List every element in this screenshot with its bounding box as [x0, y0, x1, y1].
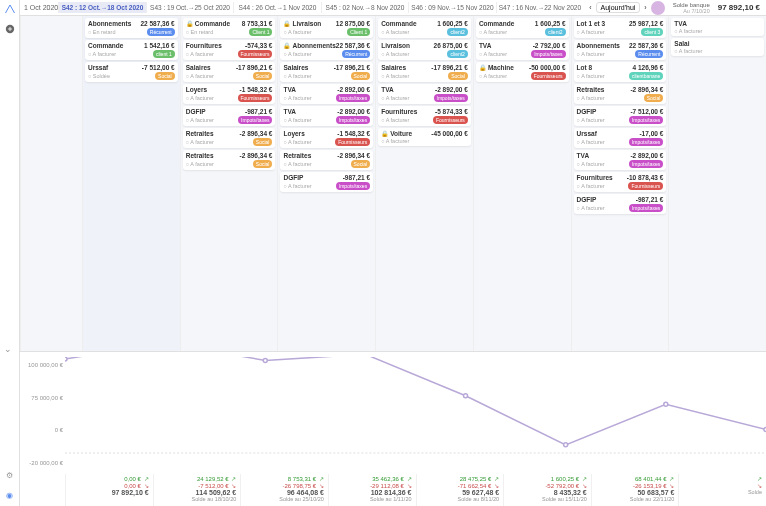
- transaction-card[interactable]: Abonnements22 587,36 €○ A facturerRécurr…: [574, 40, 667, 60]
- logo-icon[interactable]: [4, 3, 16, 15]
- transaction-card[interactable]: Urssaf-7 512,00 €○ SoldéeSocial: [85, 62, 178, 82]
- card-title: Retraites: [186, 152, 214, 159]
- transaction-card[interactable]: 🔒Livraison12 875,00 €○ A facturerClient …: [280, 18, 373, 38]
- card-tag: Fournisseurs: [628, 182, 663, 190]
- card-tag: Impots/taxes: [629, 116, 663, 124]
- card-status: ○ A facturer: [283, 95, 311, 101]
- card-amount: 1 600,25 €: [535, 20, 566, 27]
- footer-summary: ↗ ↘Solde: [678, 474, 766, 506]
- card-amount: -7 512,00 €: [142, 64, 175, 71]
- footer-summary: 68 401,44 € ↗-26 153,19 € ↘50 683,57 €So…: [591, 474, 679, 506]
- transaction-card[interactable]: Salaires-17 896,21 €○ A facturerSocial: [280, 62, 373, 82]
- card-amount: 12 875,00 €: [336, 20, 370, 27]
- transaction-card[interactable]: Salaires-17 896,21 €○ A facturerSocial: [378, 62, 471, 82]
- transaction-card[interactable]: TVA-2 792,00 €○ A facturerImpots/taxes: [476, 40, 569, 60]
- transaction-card[interactable]: 🔒Machine-50 000,00 €○ A facturerFourniss…: [476, 62, 569, 82]
- avatar[interactable]: [651, 1, 665, 15]
- card-amount: -1 548,32 €: [337, 130, 370, 137]
- card-tag: Impots/taxes: [434, 94, 468, 102]
- transaction-card[interactable]: TVA-2 892,00 €○ A facturerImpots/taxes: [378, 84, 471, 104]
- card-title: Commande: [479, 20, 514, 27]
- help-icon[interactable]: ◉: [4, 489, 16, 501]
- week-tab[interactable]: S43 : 19 Oct.→25 Oct 2020: [146, 2, 233, 13]
- card-title: Abonnements: [88, 20, 131, 27]
- chevron-right-icon[interactable]: ›: [644, 4, 646, 11]
- transaction-card[interactable]: Retraites-2 896,34 €○ A facturerSocial: [183, 150, 276, 170]
- card-tag: Social: [253, 72, 273, 80]
- today-button[interactable]: Aujourd'hui: [596, 2, 641, 13]
- card-title: 🔒Machine: [479, 64, 514, 71]
- transaction-card[interactable]: TVA○ A facturer: [671, 18, 764, 36]
- card-tag: client2: [545, 28, 565, 36]
- transaction-card[interactable]: Commande1 600,25 €○ A facturerclient2: [378, 18, 471, 38]
- card-amount: -17 896,21 €: [334, 64, 371, 71]
- card-tag: Fournisseurs: [335, 138, 370, 146]
- card-title: Salaires: [186, 64, 211, 71]
- lock-icon: 🔒: [479, 65, 486, 71]
- card-tag: Fournisseurs: [531, 72, 566, 80]
- card-tag: clientbanane: [629, 72, 663, 80]
- transaction-card[interactable]: TVA-2 892,00 €○ A facturerImpots/taxes: [574, 150, 667, 170]
- transaction-card[interactable]: Salai○ A facturer: [671, 38, 764, 56]
- transaction-card[interactable]: Urssaf-17,00 €○ A facturerImpots/taxes: [574, 128, 667, 148]
- transaction-card[interactable]: Retraites-2 896,34 €○ A facturerSocial: [280, 150, 373, 170]
- card-tag: Social: [253, 138, 273, 146]
- card-amount: -987,21 €: [636, 196, 663, 203]
- footer-summary: 35 462,36 € ↗-29 112,08 € ↘102 814,36 €S…: [328, 474, 416, 506]
- card-status: ○ A facturer: [88, 51, 116, 57]
- transaction-card[interactable]: DGFIP-987,21 €○ A facturerImpots/taxes: [280, 172, 373, 192]
- card-title: Salai: [674, 40, 689, 47]
- transaction-card[interactable]: Salaires-17 896,21 €○ A facturerSocial: [183, 62, 276, 82]
- transaction-card[interactable]: Lot 1 et 325 987,12 €○ A facturerclient …: [574, 18, 667, 38]
- transaction-card[interactable]: Abonnements22 587,36 €○ En retardRécurre…: [85, 18, 178, 38]
- card-tag: Social: [351, 72, 371, 80]
- topbar: 1 Oct 2020 S42 : 12 Oct.→18 Oct 2020S43 …: [20, 0, 766, 16]
- card-title: DGFIP: [186, 108, 206, 115]
- transaction-card[interactable]: DGFIP-987,21 €○ A facturerImpots/taxes: [183, 106, 276, 126]
- transaction-card[interactable]: Retraites-2 896,34 €○ A facturerSocial: [183, 128, 276, 148]
- card-amount: -7 512,00 €: [630, 108, 663, 115]
- transaction-card[interactable]: TVA-2 892,00 €○ A facturerImpots/taxes: [280, 84, 373, 104]
- card-title: TVA: [381, 86, 394, 93]
- card-status: ○ A facturer: [577, 29, 605, 35]
- transaction-card[interactable]: Loyers-1 548,32 €○ A facturerFournisseur…: [280, 128, 373, 148]
- settings-icon[interactable]: ⚙: [4, 469, 16, 481]
- transaction-card[interactable]: DGFIP-7 512,00 €○ A facturerImpots/taxes: [574, 106, 667, 126]
- card-title: DGFIP: [283, 174, 303, 181]
- transaction-card[interactable]: 🔒Abonnements22 587,36 €○ A facturerRécur…: [280, 40, 373, 60]
- week-tab[interactable]: S44 : 26 Oct.→1 Nov 2020: [233, 2, 320, 13]
- transaction-card[interactable]: 🔒Commande8 753,31 €○ En retardClient 1: [183, 18, 276, 38]
- card-amount: -45 000,00 €: [431, 130, 468, 137]
- transaction-card[interactable]: 🔒Voiture-45 000,00 €○ A facturer: [378, 128, 471, 146]
- card-amount: -2 892,00 €: [435, 86, 468, 93]
- transaction-card[interactable]: Loyers-1 548,32 €○ A facturerFournisseur…: [183, 84, 276, 104]
- card-amount: -17 896,21 €: [431, 64, 468, 71]
- week-tab[interactable]: S47 : 16 Nov.→22 Nov 2020: [496, 2, 583, 13]
- week-tab[interactable]: S45 : 02 Nov.→8 Nov 2020: [321, 2, 408, 13]
- transaction-card[interactable]: TVA-2 892,00 €○ A facturerImpots/taxes: [280, 106, 373, 126]
- transaction-card[interactable]: Lot 84 126,96 €○ A facturerclientbanane: [574, 62, 667, 82]
- transaction-card[interactable]: Fournitures-574,33 €○ A facturerFourniss…: [183, 40, 276, 60]
- card-tag: Social: [253, 160, 273, 168]
- transaction-card[interactable]: Retraites-2 896,34 €○ A facturerSocial: [574, 84, 667, 104]
- transaction-card[interactable]: Livraison26 875,00 €○ A facturerclient2: [378, 40, 471, 60]
- card-status: ○ A facturer: [381, 117, 409, 123]
- transaction-card[interactable]: Fournitures-5 874,33 €○ A facturerFourni…: [378, 106, 471, 126]
- card-tag: Impots/taxes: [629, 204, 663, 212]
- transaction-card[interactable]: Commande1 600,25 €○ A facturerclient2: [476, 18, 569, 38]
- bank-sub: Au 7/10/20: [683, 8, 710, 14]
- transaction-card[interactable]: Fournitures-10 878,43 €○ A facturerFourn…: [574, 172, 667, 192]
- card-tag: Fournisseurs: [238, 94, 273, 102]
- card-amount: -50 000,00 €: [529, 64, 566, 71]
- card-status: ○ A facturer: [381, 73, 409, 79]
- transaction-card[interactable]: DGFIP-987,21 €○ A facturerImpots/taxes: [574, 194, 667, 214]
- chevron-left-icon[interactable]: ‹: [589, 4, 591, 11]
- card-tag: Fournisseurs: [433, 116, 468, 124]
- transaction-card[interactable]: Commande1 542,16 €○ A facturerclient 1: [85, 40, 178, 60]
- add-icon[interactable]: [4, 23, 16, 35]
- chart-collapse-icon[interactable]: ⌄: [4, 344, 12, 354]
- week-tab[interactable]: S42 : 12 Oct.→18 Oct 2020: [58, 2, 145, 13]
- card-status: ○ A facturer: [381, 29, 409, 35]
- card-title: Lot 8: [577, 64, 593, 71]
- week-tab[interactable]: S46 : 09 Nov.→15 Nov 2020: [408, 2, 495, 13]
